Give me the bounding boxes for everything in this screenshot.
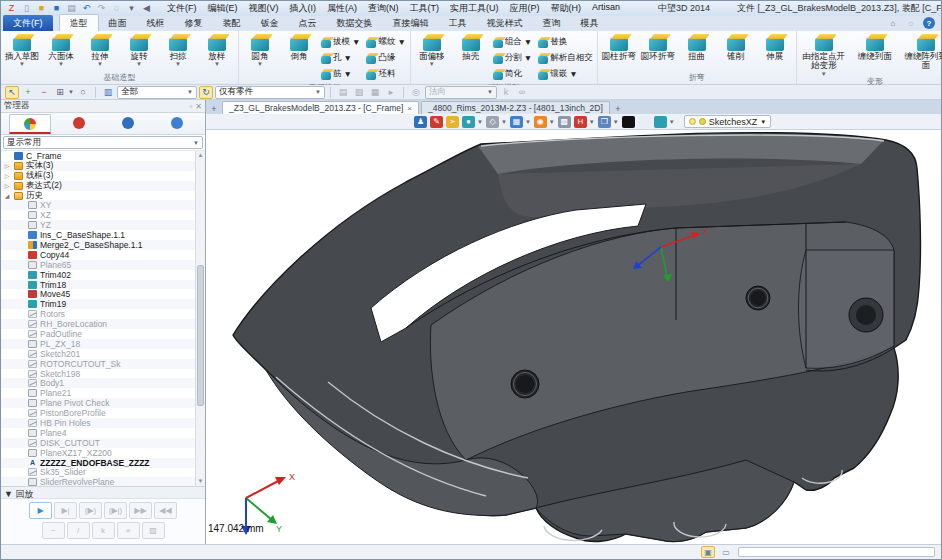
app-logo[interactable]: Z xyxy=(5,3,18,15)
ribbon-button[interactable]: 扭曲 xyxy=(678,32,716,62)
redo-icon[interactable]: ↷ xyxy=(95,3,108,15)
pick-list-icon[interactable]: ▥ xyxy=(101,86,115,99)
tree-item[interactable]: Trim19 xyxy=(1,299,195,309)
tree-item[interactable]: PadOutline xyxy=(1,329,195,339)
visualize-manager-tab[interactable] xyxy=(107,114,149,134)
ribbon-small-button[interactable]: 筋▼ xyxy=(321,68,360,80)
menu-item-9[interactable]: 帮助(H) xyxy=(546,1,587,16)
tree-item[interactable]: ◢历史 xyxy=(1,191,195,201)
auto-regen-icon[interactable]: ↻ xyxy=(199,86,213,99)
play-button[interactable]: ▶ xyxy=(29,502,52,519)
ribbon-tab-曲面[interactable]: 曲面 xyxy=(99,15,137,31)
menu-item-4[interactable]: 属性(A) xyxy=(322,1,362,16)
home-icon[interactable]: ⌂ xyxy=(887,17,899,29)
brush-icon[interactable]: ✎ xyxy=(430,116,443,128)
ribbon-tab-钣金[interactable]: 钣金 xyxy=(251,15,289,31)
ribbon-small-button[interactable]: 凸缘 xyxy=(366,52,405,64)
tree-item[interactable]: Merge2_C_BaseShape.1.1 xyxy=(1,240,195,250)
tree-item[interactable]: DISK_CUTOUT xyxy=(1,438,195,448)
new-tab-button[interactable]: + xyxy=(612,104,624,114)
collapse-icon[interactable]: ◀ xyxy=(140,3,153,15)
ribbon-small-button[interactable]: 组合▼ xyxy=(493,36,532,48)
tree-item[interactable]: Plane4 xyxy=(1,428,195,438)
document-tab-0[interactable]: _Z3_GL_BrakesModelB_2013.Z3 - [C_Frame]× xyxy=(222,101,419,114)
render-mode-icon[interactable]: ◉ xyxy=(534,116,547,128)
viewport-canvas[interactable]: X X Y 147.042 mm xyxy=(206,130,941,544)
ribbon-tab-工具[interactable]: 工具 xyxy=(439,15,477,31)
ribbon-button[interactable]: 圆柱折弯 xyxy=(600,32,638,62)
menu-item-5[interactable]: 查询(N) xyxy=(363,1,404,16)
user-view-icon[interactable]: ♟ xyxy=(414,116,427,128)
playback-header[interactable]: ▼ 回放 xyxy=(1,487,205,499)
ribbon-small-button[interactable]: 分割▼ xyxy=(493,52,532,64)
ribbon-tab-直接编辑[interactable]: 直接编辑 xyxy=(383,15,439,31)
settings-icon[interactable]: ◌ xyxy=(905,17,917,29)
tree-item[interactable]: Trim402 xyxy=(1,270,195,280)
ribbon-tab-装配[interactable]: 装配 xyxy=(213,15,251,31)
tree-item[interactable]: XZ xyxy=(1,210,195,220)
pin-icon[interactable]: ▫ xyxy=(189,102,192,111)
ribbon-tab-线框[interactable]: 线框 xyxy=(137,15,175,31)
part-filter-combo[interactable]: 仅有零件▼ xyxy=(215,86,325,99)
white-swatch[interactable] xyxy=(638,116,651,128)
expander-open-icon[interactable]: ◢ xyxy=(3,192,11,199)
ribbon-button[interactable]: 放样▼ xyxy=(198,32,236,66)
scroll-up-icon[interactable]: ▲ xyxy=(196,151,205,160)
ribbon-tab-修复[interactable]: 修复 xyxy=(175,15,213,31)
ribbon-button[interactable]: 插入草图▼ xyxy=(3,32,41,66)
ribbon-button[interactable]: 缠绕阵列到面 xyxy=(901,32,942,72)
section-view-icon[interactable]: H xyxy=(574,116,587,128)
material-swatch[interactable] xyxy=(654,116,667,128)
tree-scrollbar[interactable]: ▲ ▼ xyxy=(195,151,205,486)
model-3d[interactable]: X X Y xyxy=(206,130,942,546)
tree-item[interactable]: YZ xyxy=(1,220,195,230)
menu-item-7[interactable]: 实用工具(U) xyxy=(445,1,504,16)
shaded-mode-icon[interactable]: ● xyxy=(462,116,475,128)
ribbon-tab-视觉样式[interactable]: 视觉样式 xyxy=(477,15,533,31)
menu-item-10[interactable]: Artisan xyxy=(587,1,625,16)
expander-closed-icon[interactable]: ▷ xyxy=(3,172,11,179)
expander-closed-icon[interactable]: ▷ xyxy=(3,162,11,169)
open-file-icon[interactable]: ■ xyxy=(35,3,48,15)
tree-item[interactable]: Body1 xyxy=(1,378,195,388)
expander-closed-icon[interactable]: ▷ xyxy=(3,182,11,189)
ribbon-button[interactable]: 倒角 xyxy=(280,32,318,62)
wireframe-mode-icon[interactable]: ◇ xyxy=(486,116,499,128)
tree-item[interactable]: AZZZZZ_ENDOFBASE_ZZZZ xyxy=(1,458,195,468)
tree-item[interactable]: XY xyxy=(1,200,195,210)
remove-selection-icon[interactable]: − xyxy=(37,86,51,99)
background-icon[interactable]: ▩ xyxy=(558,116,571,128)
menu-item-6[interactable]: 工具(T) xyxy=(405,1,445,16)
select-arrow-icon[interactable]: ↖ xyxy=(5,86,19,99)
ribbon-tab-造型[interactable]: 造型 xyxy=(59,14,99,31)
fly-mode-icon[interactable]: ➢ xyxy=(446,116,459,128)
history-manager-tab[interactable] xyxy=(9,114,51,134)
menu-item-0[interactable]: 文件(F) xyxy=(162,1,202,16)
tree-item[interactable]: ROTORCUTOUT_Sk xyxy=(1,359,195,369)
tab-scroll-left[interactable]: + xyxy=(208,104,220,114)
entity-filter-combo[interactable]: 全部▼ xyxy=(117,86,197,99)
help-icon[interactable]: ? xyxy=(923,17,935,29)
regen-all-icon[interactable]: ◌ xyxy=(110,3,123,15)
ribbon-button[interactable]: 六面体▼ xyxy=(42,32,80,66)
ribbon-tab-模具[interactable]: 模具 xyxy=(571,15,609,31)
ribbon-small-button[interactable]: 简化 xyxy=(493,68,532,80)
undo-icon[interactable]: ↶ xyxy=(80,3,93,15)
ribbon-button[interactable]: 面偏移▼ xyxy=(413,32,451,66)
tree-item[interactable]: Plane65 xyxy=(1,260,195,270)
ribbon-button[interactable]: 锥削 xyxy=(717,32,755,62)
ribbon-tab-数据交换[interactable]: 数据交换 xyxy=(327,15,383,31)
tree-item[interactable]: SliderRevolvePlane xyxy=(1,477,195,486)
ribbon-button[interactable]: 拉伸▼ xyxy=(81,32,119,66)
tree-item[interactable]: Ins_C_BaseShape.1.1 xyxy=(1,230,195,240)
tree-item[interactable]: PL_ZX_18 xyxy=(1,339,195,349)
lasso-select-icon[interactable]: ○ xyxy=(76,86,90,99)
menu-item-3[interactable]: 插入(I) xyxy=(285,1,322,16)
tree-item[interactable]: PistonBoreProfile xyxy=(1,408,195,418)
ribbon-button[interactable]: 圆角▼ xyxy=(241,32,279,66)
tree-item[interactable]: Move45 xyxy=(1,289,195,299)
view-manager-tab[interactable] xyxy=(156,114,198,134)
add-selection-icon[interactable]: + xyxy=(21,86,35,99)
ribbon-button[interactable]: 旋转▼ xyxy=(120,32,158,66)
ribbon-tab-点云[interactable]: 点云 xyxy=(289,15,327,31)
